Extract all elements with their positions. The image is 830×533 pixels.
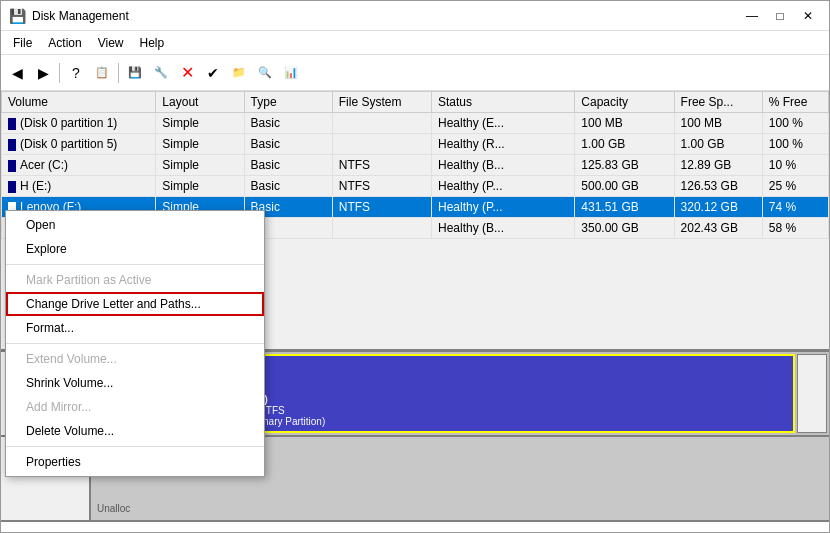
ctx-change-drive[interactable]: Change Drive Letter and Paths...: [6, 292, 264, 316]
ctx-sep-3: [6, 446, 264, 447]
ctx-mark-active: Mark Partition as Active: [6, 268, 264, 292]
ctx-format[interactable]: Format...: [6, 316, 264, 340]
volume-bar-icon: [8, 160, 16, 172]
volume-bar-icon: [8, 139, 16, 151]
toolbar-btn-1[interactable]: 💾: [123, 61, 147, 85]
toolbar-btn-2[interactable]: 🔧: [149, 61, 173, 85]
search-button[interactable]: 🔍: [253, 61, 277, 85]
menu-file[interactable]: File: [5, 34, 40, 52]
cell-freesp: 126.53 GB: [674, 176, 762, 197]
ctx-add-mirror: Add Mirror...: [6, 395, 264, 419]
cell-type: Basic: [244, 113, 332, 134]
ctx-open[interactable]: Open: [6, 213, 264, 237]
cell-volume: H (E:): [2, 176, 156, 197]
volume-bar-icon: [8, 181, 16, 193]
table-row[interactable]: Acer (C:)SimpleBasicNTFSHealthy (B...125…: [2, 155, 829, 176]
cell-status: Healthy (P...: [432, 176, 575, 197]
col-header-status[interactable]: Status: [432, 92, 575, 113]
col-header-filesystem[interactable]: File System: [332, 92, 431, 113]
ctx-properties[interactable]: Properties: [6, 450, 264, 474]
window-title: Disk Management: [32, 9, 129, 23]
cell-filesystem: NTFS: [332, 197, 431, 218]
cell-pctfree: 10 %: [762, 155, 828, 176]
cell-filesystem: [332, 134, 431, 155]
cell-layout: Simple: [156, 134, 244, 155]
menu-help[interactable]: Help: [132, 34, 173, 52]
cell-capacity: 100 MB: [575, 113, 674, 134]
cell-type: Basic: [244, 176, 332, 197]
toolbar: ◀ ▶ ? 📋 💾 🔧 ✕ ✔ 📁 🔍 📊: [1, 55, 829, 91]
chart-button[interactable]: 📊: [279, 61, 303, 85]
cell-freesp: 320.12 GB: [674, 197, 762, 218]
cell-capacity: 1.00 GB: [575, 134, 674, 155]
table-row[interactable]: (Disk 0 partition 5)SimpleBasicHealthy (…: [2, 134, 829, 155]
lenovo-partition-name: Lenovo (F:): [208, 393, 789, 405]
cell-pctfree: 25 %: [762, 176, 828, 197]
cell-capacity: 350.00 GB: [575, 218, 674, 239]
col-header-pctfree[interactable]: % Free: [762, 92, 828, 113]
cell-capacity: 125.83 GB: [575, 155, 674, 176]
delete-button[interactable]: ✕: [175, 61, 199, 85]
folder-button[interactable]: 📁: [227, 61, 251, 85]
col-header-type[interactable]: Type: [244, 92, 332, 113]
cell-pctfree: 58 %: [762, 218, 828, 239]
disk-unallocated: [797, 354, 827, 433]
properties-button[interactable]: 📋: [90, 61, 114, 85]
cell-layout: Simple: [156, 113, 244, 134]
cell-type: Basic: [244, 155, 332, 176]
cell-volume: (Disk 0 partition 1): [2, 113, 156, 134]
cell-freesp: 12.89 GB: [674, 155, 762, 176]
cell-status: Healthy (R...: [432, 134, 575, 155]
cell-pctfree: 74 %: [762, 197, 828, 218]
cell-pctfree: 100 %: [762, 113, 828, 134]
table-row[interactable]: H (E:)SimpleBasicNTFSHealthy (P...500.00…: [2, 176, 829, 197]
maximize-button[interactable]: □: [767, 6, 793, 26]
volume-bar-icon: [8, 118, 16, 130]
col-header-layout[interactable]: Layout: [156, 92, 244, 113]
cell-status: Healthy (E...: [432, 113, 575, 134]
help-button[interactable]: ?: [64, 61, 88, 85]
title-bar: 💾 Disk Management — □ ✕: [1, 1, 829, 31]
menu-action[interactable]: Action: [40, 34, 89, 52]
close-button[interactable]: ✕: [795, 6, 821, 26]
ctx-sep-1: [6, 264, 264, 265]
ctx-sep-2: [6, 343, 264, 344]
col-header-freesp[interactable]: Free Sp...: [674, 92, 762, 113]
title-bar-left: 💾 Disk Management: [9, 8, 129, 24]
cell-filesystem: NTFS: [332, 155, 431, 176]
lenovo-partition-status: Healthy (Primary Partition): [208, 416, 789, 427]
table-row[interactable]: (Disk 0 partition 1)SimpleBasicHealthy (…: [2, 113, 829, 134]
ctx-shrink[interactable]: Shrink Volume...: [6, 371, 264, 395]
cell-freesp: 100 MB: [674, 113, 762, 134]
check-button[interactable]: ✔: [201, 61, 225, 85]
lenovo-partition-size: 431.51 GB NTFS: [208, 405, 789, 416]
cell-status: Healthy (B...: [432, 218, 575, 239]
cell-layout: Simple: [156, 176, 244, 197]
cell-volume: (Disk 0 partition 5): [2, 134, 156, 155]
forward-button[interactable]: ▶: [31, 61, 55, 85]
ctx-delete[interactable]: Delete Volume...: [6, 419, 264, 443]
ctx-extend: Extend Volume...: [6, 347, 264, 371]
context-menu: Open Explore Mark Partition as Active Ch…: [5, 210, 265, 477]
back-button[interactable]: ◀: [5, 61, 29, 85]
cell-type: Basic: [244, 134, 332, 155]
toolbar-separator-2: [118, 63, 119, 83]
menu-view[interactable]: View: [90, 34, 132, 52]
toolbar-separator-1: [59, 63, 60, 83]
ctx-explore[interactable]: Explore: [6, 237, 264, 261]
cell-status: Healthy (B...: [432, 155, 575, 176]
disk-partition-lenovo[interactable]: Lenovo (F:) 431.51 GB NTFS Healthy (Prim…: [202, 354, 795, 433]
cell-freesp: 1.00 GB: [674, 134, 762, 155]
col-header-capacity[interactable]: Capacity: [575, 92, 674, 113]
cell-filesystem: [332, 218, 431, 239]
cell-volume: Acer (C:): [2, 155, 156, 176]
cell-filesystem: NTFS: [332, 176, 431, 197]
cell-status: Healthy (P...: [432, 197, 575, 218]
app-icon: 💾: [9, 8, 26, 24]
minimize-button[interactable]: —: [739, 6, 765, 26]
window-controls: — □ ✕: [739, 6, 821, 26]
col-header-volume[interactable]: Volume: [2, 92, 156, 113]
cell-freesp: 202.43 GB: [674, 218, 762, 239]
cell-filesystem: [332, 113, 431, 134]
cell-pctfree: 100 %: [762, 134, 828, 155]
